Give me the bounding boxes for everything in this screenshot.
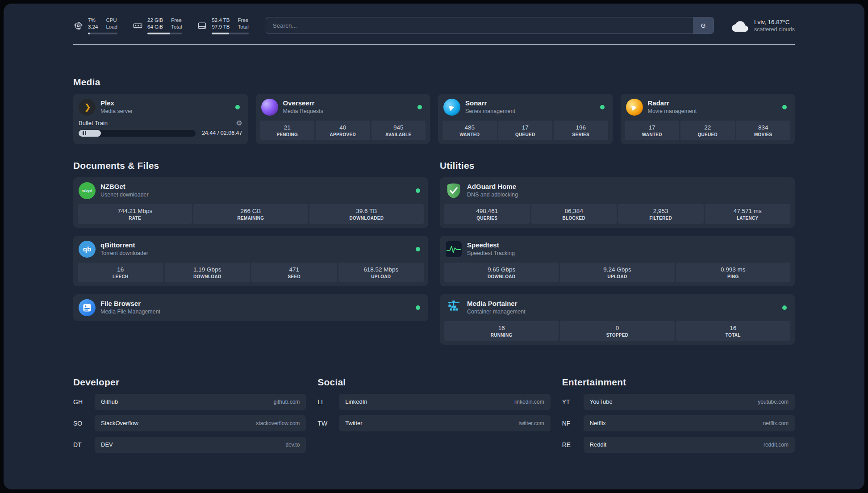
bookmark-row: LI LinkedIn linkedin.com — [317, 394, 550, 410]
stat-block: 2,953FILTERED — [618, 204, 704, 224]
status-dot — [416, 247, 420, 251]
status-dot — [782, 305, 787, 310]
cpu-load-value: 3.24 — [88, 24, 98, 30]
service-desc: Media File Management — [100, 308, 160, 315]
disk-widget: 52.4 TB 97.9 TB Free Total — [197, 17, 248, 34]
service-name: AdGuard Home — [467, 183, 518, 191]
service-name: File Browser — [100, 300, 160, 308]
service-name: qBittorrent — [100, 241, 148, 250]
weather-condition: scattered clouds — [754, 26, 795, 33]
memory-progress-fill — [147, 33, 170, 34]
bookmark-row: DT DEV dev.to — [73, 437, 306, 453]
stat-block: 1.19 GbpsDOWNLOAD — [165, 263, 250, 282]
cloud-icon — [731, 19, 749, 32]
service-desc: DNS and adblocking — [467, 191, 518, 198]
player-seek-bar[interactable] — [79, 130, 196, 137]
memory-icon — [133, 21, 143, 31]
bookmark-abbr: RE — [562, 441, 584, 448]
now-playing-title: Bullet Train — [79, 120, 108, 126]
service-name: Sonarr — [465, 99, 515, 108]
disk-label-top: Free — [238, 17, 249, 24]
stat-block: 21PENDING — [260, 121, 315, 140]
service-desc: Speedtest Tracking — [467, 250, 515, 257]
stat-block: 9.65 GbpsDOWNLOAD — [444, 263, 559, 282]
section-developer: Developer GH Github github.com SO StackO… — [73, 377, 306, 453]
stat-block: 0.993 msPING — [676, 263, 790, 282]
bookmark-dev[interactable]: DEV dev.to — [95, 437, 306, 453]
bookmark-row: YT YouTube youtube.com — [562, 394, 795, 410]
disk-progress-fill — [212, 33, 229, 34]
bookmark-abbr: YT — [562, 398, 584, 405]
section-utilities: Utilities — [440, 160, 795, 345]
memory-progress-bar — [147, 33, 182, 34]
bookmark-github[interactable]: Github github.com — [95, 394, 306, 410]
search-input[interactable] — [266, 17, 693, 33]
bookmark-abbr: GH — [73, 398, 95, 405]
bookmark-row: TW Twitter twitter.com — [317, 415, 550, 431]
section-entertainment: Entertainment YT YouTube youtube.com NF … — [562, 377, 795, 453]
stat-block: 16TOTAL — [676, 321, 790, 341]
divider — [73, 44, 795, 45]
stat-block: 22QUEUED — [680, 121, 735, 140]
stat-block: 266 GBREMAINING — [193, 204, 308, 224]
stat-block: 47.571 msLATENCY — [705, 204, 791, 224]
disk-icon — [197, 21, 207, 31]
bookmark-stackoverflow[interactable]: StackOverflow stackoverflow.com — [95, 415, 306, 431]
bookmark-row: SO StackOverflow stackoverflow.com — [73, 415, 306, 431]
cpu-widget: 7% 3.24 CPU Load — [73, 17, 117, 34]
speedtest-icon — [445, 241, 462, 258]
stat-block: 17QUEUED — [498, 121, 553, 140]
section-media: Media ❯ Plex Media server Bullet Train — [73, 77, 795, 144]
service-desc: Container management — [467, 308, 526, 315]
cpu-percent: 7% — [88, 17, 98, 24]
service-card-qbittorrent[interactable]: qb qBittorrent Torrent downloader 16LEEC… — [73, 236, 428, 286]
nzbget-icon: nzbget — [79, 182, 96, 199]
dashboard-page: 7% 3.24 CPU Load — [4, 4, 864, 489]
weather-location: Lviv, 16.87°C — [754, 19, 795, 25]
sonarr-icon: ▶ — [443, 99, 460, 116]
overseerr-icon — [261, 99, 278, 116]
stat-block: 16RUNNING — [444, 321, 559, 341]
topbar: 7% 3.24 CPU Load — [73, 17, 795, 34]
service-card-plex[interactable]: ❯ Plex Media server Bullet Train ⚙ — [73, 94, 248, 144]
bookmark-netflix[interactable]: Netflix netflix.com — [584, 415, 795, 431]
disk-free-value: 52.4 TB — [212, 17, 230, 24]
player-time: 24:44 / 02:06:47 — [202, 130, 242, 136]
service-card-portainer[interactable]: Media Portainer Container management 16R… — [440, 294, 795, 345]
service-card-radarr[interactable]: ▶ Radarr Movie management 17WANTED 22QUE… — [621, 94, 795, 144]
stat-block: 196SERIES — [554, 121, 608, 140]
cpu-label-bottom: Load — [106, 24, 117, 30]
service-card-sonarr[interactable]: ▶ Sonarr Series management 485WANTED 17Q… — [438, 94, 613, 144]
status-dot — [416, 305, 420, 310]
status-dot — [235, 105, 240, 109]
entertainment-section-title: Entertainment — [562, 377, 795, 388]
service-card-filebrowser[interactable]: File Browser Media File Management — [73, 294, 428, 321]
service-card-speedtest[interactable]: Speedtest Speedtest Tracking 9.65 GbpsDO… — [440, 236, 795, 286]
bookmark-linkedin[interactable]: LinkedIn linkedin.com — [339, 394, 550, 410]
status-dot — [782, 105, 787, 109]
bookmark-twitter[interactable]: Twitter twitter.com — [339, 415, 550, 431]
stat-block: 16LEECH — [78, 263, 163, 282]
service-name: Radarr — [648, 99, 697, 108]
stat-block: 9.24 GbpsUPLOAD — [560, 263, 674, 282]
developer-section-title: Developer — [73, 377, 306, 388]
bookmark-abbr: DT — [73, 441, 95, 448]
resource-monitors: 7% 3.24 CPU Load — [73, 17, 249, 34]
bookmark-reddit[interactable]: Reddit reddit.com — [584, 437, 795, 453]
plex-icon: ❯ — [79, 99, 96, 116]
pause-icon[interactable] — [83, 131, 86, 135]
service-name: Speedtest — [467, 241, 515, 250]
service-card-nzbget[interactable]: nzbget NZBGet Usenet downloader 744.21 M… — [73, 177, 428, 228]
service-desc: Media Requests — [283, 108, 323, 115]
service-card-adguard[interactable]: AdGuard Home DNS and adblocking 498,461Q… — [440, 177, 795, 228]
bookmark-youtube[interactable]: YouTube youtube.com — [584, 394, 795, 410]
status-dot — [600, 105, 605, 109]
cpu-label-top: CPU — [106, 17, 117, 24]
search-provider-button[interactable]: G — [693, 17, 714, 33]
gear-icon[interactable]: ⚙ — [236, 120, 242, 127]
qbittorrent-icon: qb — [79, 241, 96, 258]
bookmark-abbr: LI — [317, 398, 339, 405]
social-section-title: Social — [317, 377, 550, 388]
service-card-overseerr[interactable]: Overseerr Media Requests 21PENDING 40APP… — [256, 94, 430, 144]
memory-free-value: 22 GiB — [147, 17, 163, 24]
